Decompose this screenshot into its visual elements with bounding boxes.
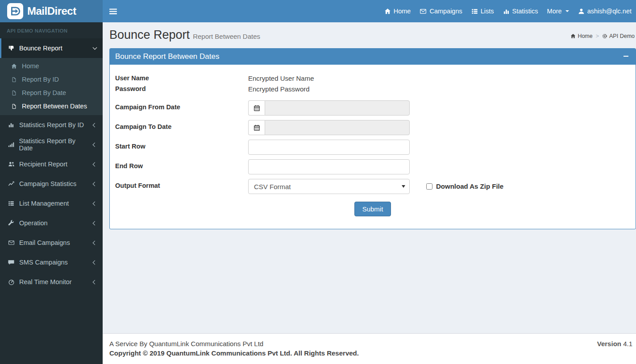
calendar-icon [254, 105, 260, 112]
sidebar-item-sms-campaigns[interactable]: SMS Campaigns [0, 252, 103, 272]
sidebar-item-list-management[interactable]: List Management [0, 194, 103, 213]
sidebar-item-campaign-statistics[interactable]: Campaign Statistics [0, 174, 103, 194]
sidebar-item-label: Statistics Report By Date [19, 137, 90, 152]
sidebar-item-statistics-report-by-date[interactable]: Statistics Report By Date [0, 135, 103, 154]
sidebar-item-label: Operation [19, 219, 48, 227]
file-icon [10, 103, 18, 109]
nav-statistics[interactable]: Statistics [499, 0, 543, 22]
navbar-menu: Home Campaigns Lists Statistics More ash… [380, 0, 636, 22]
download-as-zip-label: Download As Zip File [436, 182, 503, 190]
submenu-item-home[interactable]: Home [0, 59, 103, 73]
output-format-label: Output Format [115, 179, 248, 189]
panel-body: User Name Encrypted User Name Password E… [110, 65, 636, 229]
envelope-icon [420, 8, 427, 15]
sidebar-toggle-button[interactable] [103, 0, 124, 22]
footer-version: Version 4.1 [597, 340, 632, 347]
submit-button[interactable]: Submit [354, 202, 391, 216]
page-subtitle: Report Between Dates [193, 33, 260, 40]
chevron-left-icon [93, 162, 97, 166]
home-icon [10, 63, 18, 69]
nav-campaigns[interactable]: Campaigns [415, 0, 466, 22]
collapse-panel-button[interactable] [622, 52, 630, 60]
sidebar-item-label: SMS Campaigns [19, 259, 68, 266]
output-format-select[interactable]: CSV Format [248, 179, 410, 194]
maildirect-logo-icon [7, 3, 23, 19]
campaign-from-date-label: Campaign From Date [115, 100, 248, 111]
chevron-left-icon [93, 123, 97, 127]
sidebar-item-email-campaigns[interactable]: Email Campaigns [0, 233, 103, 252]
calendar-addon[interactable] [248, 100, 265, 116]
calendar-icon [254, 124, 260, 131]
nav-home-label: Home [394, 8, 411, 15]
nav-home[interactable]: Home [380, 0, 416, 22]
sidebar-item-operation[interactable]: Operation [0, 213, 103, 233]
file-icon [10, 77, 18, 83]
chevron-left-icon [93, 142, 97, 147]
gear-icon [602, 33, 607, 39]
chevron-left-icon [93, 182, 97, 186]
calendar-addon[interactable] [248, 120, 265, 135]
breadcrumb-current-label: API Demo [609, 33, 635, 39]
bounce-report-panel: Bounce Report Between Dates User Name En… [109, 48, 636, 229]
footer-copyright: Copyright © 2019 QuantumLink Communicati… [109, 349, 629, 357]
caret-down-icon [565, 10, 569, 12]
sidebar-item-statistics-report-by-id[interactable]: Statistics Report By ID [0, 115, 103, 135]
sidebar-item-recipient-report[interactable]: Recipient Report [0, 154, 103, 174]
submenu-item-report-by-id[interactable]: Report By ID [0, 73, 103, 86]
campaign-to-date-input[interactable] [265, 120, 410, 135]
version-value: 4.1 [623, 340, 632, 347]
sidebar: API DEMO NAVIGATION Bounce Report Home R… [0, 22, 103, 364]
password-label: Password [115, 85, 248, 92]
file-icon [10, 90, 18, 96]
campaign-from-date-group [248, 100, 410, 116]
user-icon [578, 8, 585, 15]
nav-more-dropdown[interactable]: More [543, 0, 574, 22]
line-chart-icon [7, 181, 15, 187]
chevron-left-icon [93, 260, 97, 265]
page-title: Bounce Report [109, 28, 190, 41]
zip-option: Download As Zip File [426, 179, 503, 190]
submenu-item-report-between-dates[interactable]: Report Between Dates [0, 99, 103, 113]
user-name-label: User Name [115, 74, 248, 82]
list-icon [471, 8, 478, 15]
bar-chart-icon [503, 8, 510, 15]
start-row-input[interactable] [248, 140, 410, 155]
minus-icon [624, 56, 628, 57]
nav-user-account[interactable]: ashish@qlc.net [574, 0, 636, 22]
breadcrumb-home-label: Home [578, 33, 592, 39]
nav-more-label: More [547, 8, 562, 15]
thumbs-down-icon [7, 45, 15, 51]
end-row-input[interactable] [248, 159, 410, 174]
sidebar-item-label: Statistics Report By ID [19, 121, 84, 128]
panel-header: Bounce Report Between Dates [110, 49, 636, 65]
breadcrumb-current[interactable]: API Demo [602, 33, 635, 39]
nav-lists[interactable]: Lists [467, 0, 499, 22]
campaign-from-date-input[interactable] [265, 100, 410, 116]
bounce-report-submenu: Home Report By ID Report By Date Report … [0, 58, 103, 115]
nav-lists-label: Lists [481, 8, 494, 15]
sidebar-item-real-time-monitor[interactable]: Real Time Monitor [0, 272, 103, 292]
top-navbar: Home Campaigns Lists Statistics More ash… [103, 0, 636, 22]
submenu-item-report-by-date[interactable]: Report By Date [0, 86, 103, 99]
nav-statistics-label: Statistics [512, 8, 538, 15]
sidebar-item-label: List Management [19, 200, 69, 207]
nav-campaigns-label: Campaigns [429, 8, 462, 15]
output-format-select-wrap: CSV Format [248, 179, 410, 194]
breadcrumb-home[interactable]: Home [570, 33, 592, 39]
chevron-left-icon [93, 221, 97, 225]
app-logo[interactable]: MailDirect [0, 0, 103, 22]
campaign-to-date-group [248, 120, 410, 135]
signal-icon [7, 141, 15, 148]
footer-service-line: A Service By QuantumLink Communications … [109, 340, 629, 347]
version-label: Version [597, 340, 621, 347]
download-as-zip-checkbox[interactable] [426, 183, 432, 190]
sidebar-item-bounce-report[interactable]: Bounce Report [0, 38, 103, 58]
sidebar-item-label: Email Campaigns [19, 239, 70, 246]
gauge-icon [7, 279, 15, 285]
end-row-label: End Row [115, 159, 248, 170]
campaign-to-date-label: Campaign To Date [115, 120, 248, 130]
submenu-item-label: Report By Date [22, 89, 66, 96]
users-icon [7, 161, 15, 167]
hamburger-icon [109, 8, 117, 15]
footer: A Service By QuantumLink Communications … [103, 333, 636, 364]
